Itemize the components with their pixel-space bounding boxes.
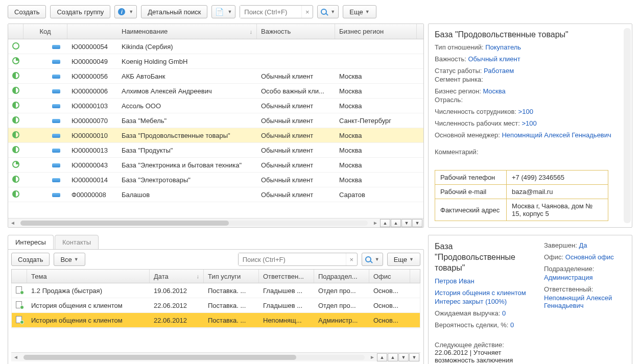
interests-column-responsible[interactable]: Ответствен... bbox=[259, 270, 314, 283]
column-status[interactable] bbox=[8, 24, 23, 39]
table-row[interactable]: Ю00000010База "Продовольственные товары"… bbox=[8, 128, 423, 143]
search-dropdown-button[interactable]: ▼ bbox=[317, 5, 339, 18]
cell-name: Балашов bbox=[117, 191, 257, 199]
table-row[interactable]: Ю00000014База "Электротовары"Обычный кли… bbox=[8, 173, 423, 187]
scrollbar-track[interactable] bbox=[20, 221, 368, 226]
cell-code: Ю00000056 bbox=[67, 72, 117, 80]
nav-first-button[interactable]: ▲ bbox=[380, 219, 390, 227]
department-value[interactable]: Администрация bbox=[544, 274, 593, 281]
sort-asc-icon: ↓ bbox=[250, 29, 253, 35]
interests-create-button[interactable]: Создать bbox=[11, 253, 50, 266]
rel-type-value[interactable]: Покупатель bbox=[485, 43, 521, 51]
create-button[interactable]: Создать bbox=[8, 5, 46, 18]
group-icon bbox=[52, 134, 60, 138]
cell-name: АКБ АвтоБанк bbox=[117, 72, 257, 80]
table-row[interactable]: Ф00000008БалашовОбычный клиентСаратов bbox=[8, 187, 423, 202]
office-value[interactable]: Основной офис bbox=[565, 253, 614, 261]
scrollbar-thumb[interactable] bbox=[20, 221, 229, 226]
nav-down-button[interactable]: ▼ bbox=[398, 353, 409, 361]
work-status-value[interactable]: Работаем bbox=[484, 67, 514, 75]
tab-contacts[interactable]: Контакты bbox=[55, 235, 99, 250]
table-row[interactable]: 1.2 Продажа (быстрая)19.06.2012Поставка.… bbox=[12, 283, 420, 298]
cell-region: Саратов bbox=[335, 191, 417, 199]
table-row[interactable]: Ю00000006Алхимов Алексей АндреевичОсобо … bbox=[8, 84, 423, 99]
info-dropdown-button[interactable]: i▼ bbox=[114, 5, 137, 18]
search-icon bbox=[321, 9, 327, 15]
search-icon bbox=[365, 256, 371, 262]
tab-interests[interactable]: Интересы bbox=[8, 235, 54, 250]
interests-more-button[interactable]: Еще▼ bbox=[387, 253, 420, 266]
detailed-search-button[interactable]: Детальный поиск bbox=[141, 5, 207, 18]
nav-up-button[interactable]: ▲ bbox=[391, 219, 401, 227]
column-name[interactable]: Наименование↓ bbox=[117, 24, 257, 39]
table-row[interactable]: Ю00000103Ассоль ООООбычный клиентМосква bbox=[8, 99, 423, 113]
revenue-value[interactable]: 0 bbox=[502, 309, 506, 317]
interest-closed[interactable]: Интерес закрыт (100%) bbox=[435, 298, 507, 305]
interests-table-body: 1.2 Продажа (быстрая)19.06.2012Поставка.… bbox=[11, 283, 420, 328]
interest-history[interactable]: История общения с клиентом bbox=[435, 289, 526, 297]
nav-down-button[interactable]: ▼ bbox=[401, 219, 412, 227]
customer-detail-panel: База "Продовольственные товары" Тип отно… bbox=[428, 23, 632, 228]
interests-column-topic[interactable]: Тема bbox=[27, 270, 150, 283]
importance-value[interactable]: Обычный клиент bbox=[468, 55, 520, 63]
manager-label: Основной менеджер: bbox=[435, 131, 500, 139]
table-row[interactable]: Ю00000070База "Мебель"Обычный клиентСанк… bbox=[8, 113, 423, 128]
more-button[interactable]: Еще▼ bbox=[343, 5, 376, 18]
table-row[interactable]: История общения с клиентом22.06.2012Пост… bbox=[12, 313, 420, 328]
scroll-left-button[interactable]: ◄ bbox=[11, 354, 20, 360]
segment-label: Сегмент рынка: bbox=[435, 76, 483, 83]
column-region[interactable]: Бизнес регион bbox=[335, 24, 417, 39]
chevron-down-icon: ▼ bbox=[375, 257, 380, 262]
nav-last-button[interactable]: ▼ bbox=[412, 219, 422, 227]
cell-region: Москва bbox=[335, 147, 417, 154]
customers-table-body: Ю00000054Kikinda (Сербия)Ю00000049Koenig… bbox=[8, 39, 423, 218]
scroll-right-button[interactable]: ► bbox=[371, 220, 380, 226]
add-dropdown-button[interactable]: 📄▼ bbox=[211, 5, 235, 18]
interests-clear-search-button[interactable]: × bbox=[346, 253, 357, 265]
tab-bar: Интересы Контакты bbox=[8, 235, 424, 250]
table-row[interactable]: Ю00000049Koenig Holding GmbH bbox=[8, 54, 423, 69]
status-icon bbox=[12, 161, 19, 168]
scroll-left-button[interactable]: ◄ bbox=[8, 220, 17, 226]
responsible-value[interactable]: Непомнящий Алексей Геннадьевич bbox=[544, 294, 612, 309]
cell-region: Москва bbox=[335, 102, 417, 110]
scrollbar-thumb[interactable] bbox=[23, 355, 297, 360]
interests-column-department[interactable]: Подраздел... bbox=[314, 270, 369, 283]
employees-value[interactable]: >100 bbox=[518, 108, 533, 115]
vertical-scrollbar[interactable] bbox=[624, 28, 631, 223]
table-row[interactable]: История общения с клиентом22.06.2012Пост… bbox=[12, 298, 420, 313]
table-row[interactable]: Ю00000043База "Электроника и бытовая тех… bbox=[8, 158, 423, 173]
nav-first-button[interactable]: ▲ bbox=[377, 353, 387, 361]
interests-column-icon[interactable] bbox=[12, 270, 27, 283]
clear-search-button[interactable]: × bbox=[301, 6, 313, 18]
interests-search-input[interactable] bbox=[239, 253, 346, 265]
interests-column-service[interactable]: Тип услуги bbox=[204, 270, 259, 283]
scrollbar-track[interactable] bbox=[23, 355, 365, 360]
nav-up-button[interactable]: ▲ bbox=[388, 353, 398, 361]
table-row[interactable]: Ю00000013База "Продукты"Обычный клиентМо… bbox=[8, 143, 423, 158]
create-group-button[interactable]: Создать группу bbox=[50, 5, 110, 18]
table-row[interactable]: Ю00000056АКБ АвтоБанкОбычный клиентМоскв… bbox=[8, 69, 423, 84]
interests-search-dropdown-button[interactable]: ▼ bbox=[362, 253, 383, 266]
horizontal-splitter[interactable] bbox=[8, 230, 632, 233]
scroll-right-button[interactable]: ► bbox=[368, 354, 377, 360]
table-row[interactable]: Ю00000054Kikinda (Сербия) bbox=[8, 39, 423, 54]
cell-office: Основ... bbox=[369, 287, 410, 295]
filter-all-button[interactable]: Все▼ bbox=[54, 253, 85, 266]
column-importance[interactable]: Важность bbox=[257, 24, 335, 39]
probability-value[interactable]: 0 bbox=[510, 321, 514, 329]
cell-date: 22.06.2012 bbox=[150, 302, 204, 309]
cell-name: Алхимов Алексей Андреевич bbox=[117, 87, 257, 95]
interests-column-office[interactable]: Офис bbox=[369, 270, 410, 283]
nav-last-button[interactable]: ▼ bbox=[409, 353, 419, 361]
completed-value[interactable]: Да bbox=[579, 241, 587, 249]
manager-value[interactable]: Непомнящий Алексей Геннадьевич bbox=[502, 131, 611, 139]
search-input[interactable] bbox=[240, 6, 301, 18]
cell-name: База "Продукты" bbox=[117, 147, 257, 154]
comment-label: Комментарий: bbox=[435, 148, 479, 156]
region-value[interactable]: Москва bbox=[483, 87, 505, 95]
interests-column-date[interactable]: Дата↓ bbox=[150, 270, 204, 283]
column-code[interactable]: Код bbox=[23, 24, 67, 39]
interest-person[interactable]: Петров Иван bbox=[435, 277, 475, 285]
workplaces-value[interactable]: >100 bbox=[522, 119, 537, 127]
